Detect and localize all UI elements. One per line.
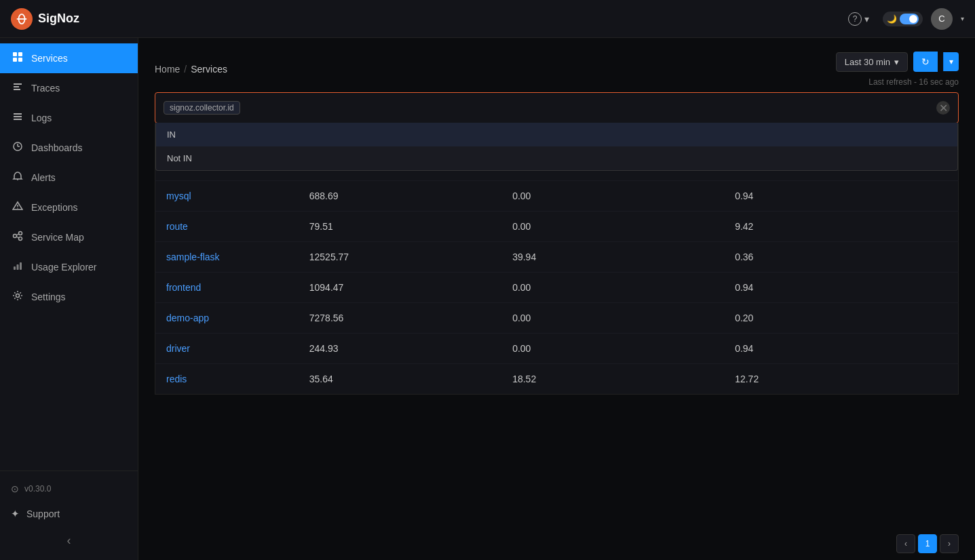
last-refresh-text: Last refresh - 16 sec ago <box>868 77 959 87</box>
exceptions-icon <box>11 201 24 214</box>
breadcrumb: Home / Services <box>155 64 227 75</box>
topbar-right: ? ▾ 🌙 C ▾ <box>843 8 964 30</box>
sidebar-item-services[interactable]: Services <box>0 43 138 73</box>
moon-icon: 🌙 <box>887 14 897 24</box>
service-map-label: Service Map <box>31 232 84 243</box>
refresh-dropdown-button[interactable]: ▾ <box>943 52 959 71</box>
table-row: driver 244.93 0.00 0.94 <box>155 334 959 364</box>
usage-explorer-label: Usage Explorer <box>31 262 97 273</box>
filter-option-not-in-label: Not IN <box>167 153 192 163</box>
pagination: ‹ 1 › <box>138 527 975 560</box>
filter-option-not-in[interactable]: Not IN <box>156 146 957 170</box>
prev-page-button[interactable]: ‹ <box>896 534 915 553</box>
cell-ops-5: 0.20 <box>724 303 958 334</box>
cell-app-7: redis <box>155 364 299 395</box>
breadcrumb-home[interactable]: Home <box>155 64 180 75</box>
theme-toggle[interactable]: 🌙 <box>883 12 923 26</box>
logs-label: Logs <box>31 113 52 123</box>
avatar[interactable]: C <box>931 8 953 30</box>
cell-error-2: 0.00 <box>501 212 724 242</box>
service-link-redis[interactable]: redis <box>166 374 187 384</box>
service-link-frontend[interactable]: frontend <box>166 282 201 293</box>
cell-app-4: frontend <box>155 273 299 303</box>
table-row: sample-flask 12525.77 39.94 0.36 <box>155 242 959 273</box>
topbar: SigNoz ? ▾ 🌙 C ▾ <box>0 0 975 38</box>
time-range-selector[interactable]: Last 30 min ▾ <box>836 52 908 72</box>
svg-rect-24 <box>17 264 19 270</box>
svg-rect-6 <box>18 58 22 62</box>
cell-ops-3: 0.36 <box>724 242 958 273</box>
exceptions-label: Exceptions <box>31 202 77 213</box>
settings-label: Settings <box>31 292 66 302</box>
sidebar: Services Traces Logs Dashboards Alerts <box>0 38 138 560</box>
filter-dropdown: IN Not IN <box>155 123 958 171</box>
cell-ops-6: 0.94 <box>724 334 958 364</box>
logo-area: SigNoz <box>11 8 843 30</box>
cell-error-1: 0.00 <box>501 181 724 212</box>
service-link-mysql[interactable]: mysql <box>166 191 191 201</box>
services-label: Services <box>31 53 68 64</box>
support-item[interactable]: ✦ Support <box>0 501 138 527</box>
service-link-driver[interactable]: driver <box>166 343 190 354</box>
support-icon: ✦ <box>11 508 20 520</box>
cell-error-5: 0.00 <box>501 303 724 334</box>
prev-icon: ‹ <box>904 539 907 548</box>
sidebar-item-usage-explorer[interactable]: Usage Explorer <box>0 252 138 282</box>
filter-container: signoz.collector.id ✕ IN Not IN <box>155 92 959 123</box>
avatar-chevron[interactable]: ▾ <box>961 15 964 22</box>
time-range-chevron: ▾ <box>894 57 899 67</box>
cell-p99-4: 1094.47 <box>299 273 501 303</box>
cell-app-1: mysql <box>155 181 299 212</box>
help-button[interactable]: ? ▾ <box>843 9 875 28</box>
svg-point-26 <box>16 294 20 298</box>
table-row: demo-app 7278.56 0.00 0.20 <box>155 303 959 334</box>
content-area: Home / Services Last 30 min ▾ ↻ ▾ <box>138 38 975 560</box>
sidebar-item-traces[interactable]: Traces <box>0 73 138 103</box>
main-layout: Services Traces Logs Dashboards Alerts <box>0 38 975 560</box>
filter-tag[interactable]: signoz.collector.id <box>164 101 240 115</box>
svg-point-18 <box>14 235 17 238</box>
sidebar-item-alerts[interactable]: Alerts <box>0 163 138 193</box>
table-row: mysql 688.69 0.00 0.94 <box>155 181 959 212</box>
version-text: v0.30.0 <box>24 484 51 494</box>
sidebar-item-service-map[interactable]: Service Map <box>0 222 138 252</box>
version-info: ⊙ v0.30.0 <box>0 477 138 501</box>
svg-rect-4 <box>18 52 22 56</box>
sidebar-item-dashboards[interactable]: Dashboards <box>0 133 138 163</box>
table-row: route 79.51 0.00 9.42 <box>155 212 959 242</box>
help-chevron: ▾ <box>864 14 869 24</box>
logs-icon <box>11 111 24 125</box>
filter-input-row: signoz.collector.id ✕ <box>155 93 958 123</box>
sidebar-item-exceptions[interactable]: Exceptions <box>0 193 138 222</box>
service-link-route[interactable]: route <box>166 221 188 232</box>
refresh-icon: ↻ <box>921 56 930 67</box>
content-header: Home / Services Last 30 min ▾ ↻ ▾ <box>138 38 975 92</box>
sidebar-item-settings[interactable]: Settings <box>0 282 138 312</box>
service-link-demo-app[interactable]: demo-app <box>166 313 209 323</box>
cell-app-5: demo-app <box>155 303 299 334</box>
sidebar-item-logs[interactable]: Logs <box>0 103 138 133</box>
dashboards-icon <box>11 141 24 155</box>
service-link-sample-flask[interactable]: sample-flask <box>166 252 220 262</box>
refresh-button[interactable]: ↻ <box>913 52 938 72</box>
settings-icon <box>11 290 24 304</box>
table-row: frontend 1094.47 0.00 0.94 <box>155 273 959 303</box>
cell-app-2: route <box>155 212 299 242</box>
svg-point-19 <box>19 232 22 235</box>
page-1-button[interactable]: 1 <box>918 534 937 553</box>
collapse-icon: ‹ <box>67 534 71 547</box>
collapse-button[interactable]: ‹ <box>0 527 138 555</box>
cell-ops-7: 12.72 <box>724 364 958 395</box>
sidebar-bottom: ⊙ v0.30.0 ✦ Support ‹ <box>0 471 138 555</box>
cell-app-6: driver <box>155 334 299 364</box>
table-row: redis 35.64 18.52 12.72 <box>155 364 959 395</box>
next-page-button[interactable]: › <box>940 534 959 553</box>
svg-point-20 <box>19 237 22 241</box>
next-icon: › <box>948 539 951 548</box>
svg-rect-23 <box>14 266 16 270</box>
logo-icon <box>11 8 33 30</box>
filter-clear-button[interactable]: ✕ <box>936 101 950 115</box>
filter-option-in[interactable]: IN <box>156 123 957 146</box>
breadcrumb-current: Services <box>191 64 227 75</box>
cell-p99-6: 244.93 <box>299 334 501 364</box>
